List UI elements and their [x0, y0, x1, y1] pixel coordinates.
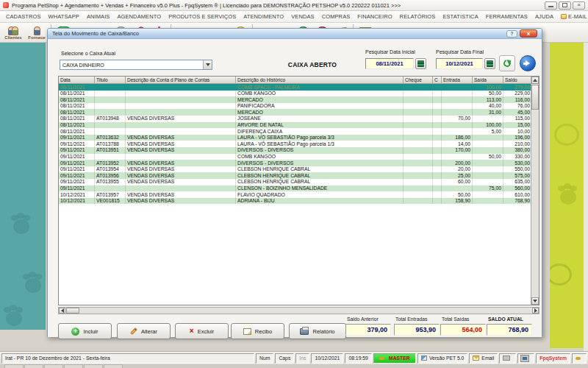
column-header[interactable]: Descrição da Conta d Plano de Contas	[126, 77, 236, 84]
table-cell	[95, 103, 126, 110]
table-cell	[473, 147, 503, 154]
incluir-button[interactable]: + Incluir	[58, 323, 112, 339]
paw-print-decoration	[560, 190, 576, 205]
table-cell: 196,00	[503, 135, 532, 141]
table-row[interactable]: 09/11/2021AT013788VENDAS DIVERSASLAURA -…	[59, 141, 532, 147]
date-final-calendar-button[interactable]	[484, 58, 495, 69]
table-row[interactable]: 08/11/2021MERCADO31,0045,00	[59, 109, 532, 116]
table-row[interactable]: 08/11/2021MERCADO113,00116,00	[59, 96, 532, 103]
menu-ferramentas[interactable]: FERRAMENTAS	[482, 12, 531, 21]
minimize-button[interactable]	[545, 1, 557, 10]
table-cell: CLEBSON HENRIQUE CABRAL	[236, 166, 404, 173]
menu-financeiro[interactable]: FINANCEIRO	[354, 12, 395, 21]
status-key-button[interactable]	[572, 353, 587, 364]
column-header[interactable]: Data	[59, 77, 95, 84]
table-cell	[404, 116, 433, 122]
dialog-close-button[interactable]: x	[520, 29, 537, 38]
table-row[interactable]: 09/11/2021COMB KANGOO50,00330,00	[59, 154, 532, 160]
menu-animais[interactable]: ANIMAIS	[83, 12, 114, 21]
column-header[interactable]: Descrição do Histórico	[236, 77, 404, 84]
table-cell: 25,00	[442, 172, 473, 179]
table-cell: MERCADO	[236, 96, 404, 103]
alterar-button[interactable]: Alterar	[117, 323, 171, 339]
column-header[interactable]: Titulo	[95, 77, 126, 84]
dialog-help-button[interactable]: ?	[506, 30, 517, 38]
menu-ajuda[interactable]: AJUDA	[531, 12, 557, 21]
table-cell: 116,00	[503, 96, 532, 103]
grid-horizontal-scrollbar[interactable]	[58, 307, 539, 314]
column-header[interactable]: Saída	[473, 77, 503, 84]
scroll-up-button[interactable]	[531, 77, 539, 84]
table-cell: 09/11/2021	[59, 154, 95, 160]
horizontal-scroll-thumb[interactable]	[66, 308, 79, 314]
maximize-button[interactable]	[559, 1, 571, 10]
menu-produtos-servicos[interactable]: PRODUTOS E SERVIÇOS	[165, 12, 240, 21]
dialog-titlebar[interactable]: Tela do Movimento de Caixa/Banco ? x	[48, 29, 542, 39]
table-row[interactable]: 08/11/2021DIFERENÇA CAIXA5,0010,00	[59, 128, 532, 135]
table-row[interactable]: 09/11/2021AT013952VENDAS DIVERSASDIVERSO…	[59, 160, 532, 166]
refresh-button[interactable]	[499, 55, 515, 71]
excluir-button[interactable]: × Excluir	[175, 323, 229, 339]
relatorio-button[interactable]: Relatório	[289, 323, 346, 339]
table-cell	[442, 122, 473, 129]
menu-cadastros[interactable]: CADASTROS	[2, 12, 45, 21]
table-row[interactable]: 09/11/2021AT013955VENDAS DIVERSASCLEBSON…	[59, 179, 532, 185]
table-row[interactable]: 10/12/2021VE001815VENDAS DIVERSASADRIANA…	[59, 198, 532, 205]
table-cell	[442, 91, 473, 97]
table-cell: ARVORE DE NATAL	[236, 122, 404, 129]
table-cell: AT013956	[95, 172, 126, 179]
table-row[interactable]: 09/11/2021CLENSON - BOIZINHO MENSALIDADE…	[59, 185, 532, 192]
table-cell: VE001815	[95, 198, 126, 205]
menu-estatistica[interactable]: ESTATISTICA	[439, 12, 481, 21]
plus-icon: +	[71, 328, 79, 336]
column-header[interactable]: C	[433, 77, 442, 84]
menu-email[interactable]: E-MAIL	[557, 12, 588, 21]
caixa-select[interactable]: CAIXA DINHEIRO	[60, 60, 212, 70]
table-row[interactable]: 09/11/2021AT013956VENDAS DIVERSASCLEBSON…	[59, 172, 532, 179]
table-row[interactable]: 08/11/2021AT013948VENDAS DIVERSASJOSEANE…	[59, 116, 532, 122]
table-cell	[95, 91, 126, 97]
recibo-button[interactable]: Recibo	[231, 323, 284, 339]
menu-relatorios[interactable]: RELATÓRIOS	[396, 12, 440, 21]
column-header[interactable]: Entrada	[442, 77, 473, 84]
date-final-field[interactable]: 10/12/2021	[436, 58, 483, 69]
table-row[interactable]: 08/11/2021PANIFICADORA40,0076,00	[59, 103, 532, 110]
search-go-button[interactable]	[520, 55, 536, 71]
table-row[interactable]: 09/11/2021AT013954VENDAS DIVERSASCLEBSON…	[59, 166, 532, 173]
toolbar-fornecedores-button[interactable]: Fornece	[25, 24, 49, 43]
total-saidas-value: 564,00	[440, 324, 486, 336]
menu-compras[interactable]: COMPRAS	[318, 12, 354, 21]
grid-vertical-scrollbar[interactable]	[531, 77, 539, 305]
column-header[interactable]: Cheque	[404, 77, 433, 84]
column-header[interactable]: Saldo	[503, 77, 532, 84]
menu-atendimento[interactable]: ATENDIMENTO	[240, 12, 287, 21]
table-row[interactable]: 09/11/2021AT013632VENDAS DIVERSASLAURA -…	[59, 135, 532, 141]
vertical-scroll-thumb[interactable]	[531, 85, 539, 110]
date-initial-calendar-button[interactable]	[415, 58, 426, 69]
table-cell: 15,00	[503, 122, 532, 129]
table-cell: AT013954	[95, 166, 126, 173]
status-email-button[interactable]: Email	[469, 353, 498, 364]
menu-agendamento[interactable]: AGENDAMENTO	[113, 12, 165, 21]
table-cell	[95, 122, 126, 129]
table-row[interactable]: 09/11/2021AT013951VENDAS DIVERSASDIVERSO…	[59, 147, 532, 154]
combo-dropdown-button[interactable]	[203, 60, 212, 69]
table-row[interactable]: 08/11/2021ARVORE DE NATAL100,0015,00	[59, 122, 532, 129]
table-row[interactable]: 10/12/2021AT013957VENDAS DIVERSASFLAVIO …	[59, 191, 532, 198]
ghost-tab	[84, 364, 103, 368]
scroll-down-button[interactable]	[531, 297, 539, 305]
scroll-right-button[interactable]	[532, 308, 539, 314]
status-print-button[interactable]	[499, 353, 516, 364]
scroll-left-button[interactable]	[59, 308, 65, 314]
toolbar-clientes-button[interactable]: Clientes	[1, 24, 25, 43]
menu-vendas[interactable]: VENDAS	[287, 12, 318, 21]
table-cell: CLEBSON HENRIQUE CABRAL	[236, 172, 404, 179]
status-monitor-button[interactable]	[517, 353, 534, 364]
menu-whatsapp[interactable]: WHATSAPP	[45, 12, 83, 21]
table-row[interactable]: 08/11/2021COMB KANGOO50,00229,00	[59, 91, 532, 97]
close-button[interactable]: ×	[573, 1, 585, 10]
table-row[interactable]: 08/11/2021COMB SPACE - PALMEIRA100,00279…	[59, 84, 532, 91]
toolbar-fornecedores-label: Fornece	[28, 35, 45, 40]
date-initial-field[interactable]: 08/11/2021	[365, 58, 414, 69]
table-cell	[95, 154, 126, 160]
